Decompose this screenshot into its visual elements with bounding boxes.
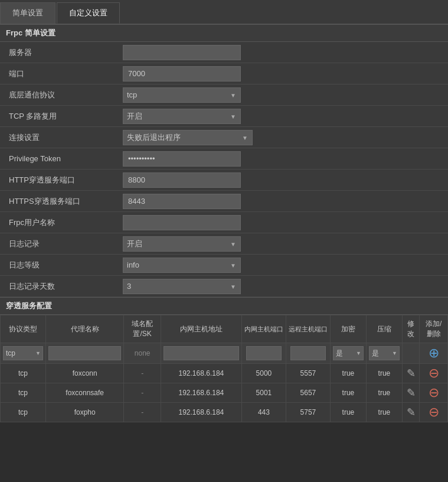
edit-row-2-button[interactable]: ✎ [407, 387, 416, 398]
label-log-level: 日志等级 [0, 256, 118, 274]
label-mux: TCP 多路复用 [0, 108, 118, 125]
input-http-port[interactable] [123, 172, 241, 188]
input-local-port[interactable] [246, 346, 282, 360]
select-input-encrypt[interactable]: 是 否 [333, 346, 364, 360]
add-proxy-button[interactable]: ⊕ [429, 347, 439, 360]
label-server: 服务器 [0, 44, 118, 61]
input-domain-none: none [135, 349, 151, 357]
value-username [118, 213, 448, 233]
select-log-level[interactable]: info warn error debug [123, 258, 241, 273]
th-protocol: 协议类型 [1, 315, 46, 343]
cell-local-port-3: 443 [241, 403, 286, 422]
select-wrapper-log: 开启 关闭 [123, 236, 241, 252]
delete-row-1-button[interactable]: ⊖ [429, 367, 439, 380]
th-remote-port: 远程主机端口 [286, 315, 330, 343]
edit-row-1-button[interactable]: ✎ [407, 368, 416, 379]
th-local-addr: 内网主机地址 [161, 315, 241, 343]
form-row-server: 服务器 [0, 42, 448, 63]
th-add-delete: 添加/删除 [420, 315, 448, 343]
select-conn[interactable]: 失败后退出程序 失败后重连 [123, 130, 253, 145]
form-row-http-port: HTTP穿透服务端口 [0, 170, 448, 191]
select-wrapper-mux: 开启 关闭 [123, 109, 241, 124]
cell-name-2: foxconnsafe [46, 383, 124, 403]
input-port[interactable] [123, 66, 241, 82]
select-wrapper-conn: 失败后退出程序 失败后重连 [123, 130, 253, 145]
td-input-name [46, 343, 124, 364]
value-http-port [118, 170, 448, 190]
th-compress: 压缩 [366, 315, 402, 343]
label-log-days: 日志记录天数 [0, 278, 118, 295]
td-input-remote-port [286, 343, 330, 364]
cell-protocol-1: tcp [1, 364, 46, 383]
cell-local-port-1: 5000 [241, 364, 286, 383]
cell-name-1: foxconn [46, 364, 124, 383]
value-protocol: tcp kcp websocket [118, 85, 448, 105]
select-log-days[interactable]: 1 2 3 5 7 [123, 279, 241, 294]
table-row: tcp foxpho - 192.168.6.184 443 5757 true… [1, 403, 448, 422]
cell-delete-2: ⊖ [420, 383, 448, 403]
label-conn: 连接设置 [0, 129, 118, 146]
form-row-protocol: 底层通信协议 tcp kcp websocket [0, 84, 448, 106]
proxy-input-row: tcp udp http https stcp none [1, 343, 448, 364]
form-row-log: 日志记录 开启 关闭 [0, 233, 448, 255]
dash-3: - [141, 408, 143, 416]
form-row-conn: 连接设置 失败后退出程序 失败后重连 [0, 127, 448, 148]
cell-encrypt-1: true [330, 364, 366, 383]
label-username: Frpc用户名称 [0, 214, 118, 232]
cell-remote-port-2: 5657 [286, 383, 330, 403]
td-input-encrypt: 是 否 [330, 343, 366, 364]
td-input-add: ⊕ [420, 343, 448, 364]
simple-section-header: Frpc 简单设置 [0, 24, 448, 42]
cell-remote-port-3: 5757 [286, 403, 330, 422]
input-server[interactable] [123, 45, 241, 60]
proxy-section-header: 穿透服务配置 [0, 297, 448, 315]
form-row-username: Frpc用户名称 [0, 212, 448, 233]
cell-protocol-3: tcp [1, 403, 46, 422]
select-input-compress[interactable]: 是 否 [369, 346, 400, 360]
value-log-level: info warn error debug [118, 255, 448, 275]
input-local-addr[interactable] [163, 346, 239, 360]
select-wrapper-input-protocol: tcp udp http https stcp [3, 346, 43, 360]
td-input-local-port [241, 343, 286, 364]
cell-delete-3: ⊖ [420, 403, 448, 422]
select-wrapper-input-compress: 是 否 [369, 346, 400, 360]
cell-compress-3: true [366, 403, 402, 422]
cell-delete-1: ⊖ [420, 364, 448, 383]
delete-row-2-button[interactable]: ⊖ [429, 386, 439, 399]
input-proxy-name[interactable] [48, 346, 121, 360]
input-https-port[interactable] [123, 194, 241, 209]
select-protocol[interactable]: tcp kcp websocket [123, 87, 241, 103]
select-wrapper-log-days: 1 2 3 5 7 [123, 279, 241, 294]
delete-row-3-button[interactable]: ⊖ [429, 406, 439, 419]
label-protocol: 底层通信协议 [0, 86, 118, 104]
form-row-token: Privilege Token [0, 148, 448, 170]
input-token[interactable] [123, 151, 241, 167]
form-row-https-port: HTTPS穿透服务端口 [0, 191, 448, 212]
cell-name-3: foxpho [46, 403, 124, 422]
value-port [118, 64, 448, 84]
cell-domain-3: - [124, 403, 161, 422]
value-server [118, 43, 448, 63]
select-log[interactable]: 开启 关闭 [123, 236, 241, 252]
select-wrapper-log-level: info warn error debug [123, 258, 241, 273]
input-username[interactable] [123, 215, 241, 230]
cell-local-port-2: 5001 [241, 383, 286, 403]
proxy-table: 协议类型 代理名称 域名配置/SK 内网主机地址 内网主机端口 远程主机端口 加… [0, 315, 448, 422]
label-https-port: HTTPS穿透服务端口 [0, 193, 118, 210]
tab-custom[interactable]: 自定义设置 [57, 2, 120, 24]
select-input-protocol[interactable]: tcp udp http https stcp [3, 346, 43, 360]
td-input-local-addr [161, 343, 241, 364]
edit-row-3-button[interactable]: ✎ [407, 407, 416, 418]
th-name: 代理名称 [46, 315, 124, 343]
table-row: tcp foxconn - 192.168.6.184 5000 5557 tr… [1, 364, 448, 383]
cell-encrypt-2: true [330, 383, 366, 403]
value-token [118, 149, 448, 169]
td-input-domain: none [124, 343, 161, 364]
form-row-log-days: 日志记录天数 1 2 3 5 7 [0, 276, 448, 297]
cell-domain-2: - [124, 383, 161, 403]
tab-simple[interactable]: 简单设置 [0, 2, 55, 24]
input-remote-port[interactable] [290, 346, 326, 360]
select-mux[interactable]: 开启 关闭 [123, 109, 241, 124]
label-port: 端口 [0, 65, 118, 83]
select-wrapper-input-encrypt: 是 否 [333, 346, 364, 360]
